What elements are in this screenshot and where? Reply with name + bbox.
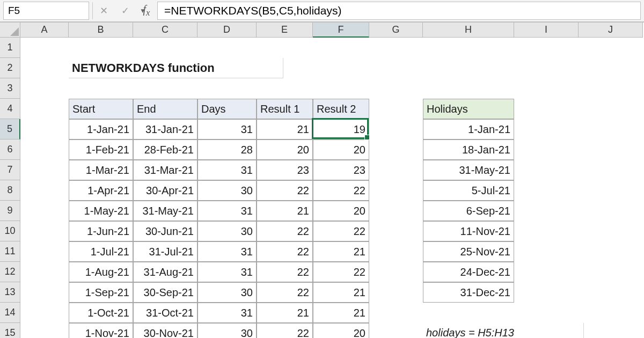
cell-start-15[interactable]: 1-Nov-21 <box>69 323 133 338</box>
cell-note[interactable]: holidays = H5:H13 <box>423 323 584 338</box>
cell-r2-11[interactable]: 21 <box>313 241 369 262</box>
cell-end-12[interactable]: 31-Aug-21 <box>133 262 197 282</box>
cell-holiday-9[interactable]: 6-Sep-21 <box>423 201 514 221</box>
col-head-I[interactable]: I <box>514 23 579 38</box>
row-head-6[interactable]: 6 <box>0 139 20 160</box>
cell-hdr-start[interactable]: Start <box>69 99 133 119</box>
cell-start-7[interactable]: 1-Mar-21 <box>69 160 133 180</box>
cell-days-7[interactable]: 31 <box>197 160 257 180</box>
cell-start-13[interactable]: 1-Sep-21 <box>69 282 133 303</box>
col-head-D[interactable]: D <box>197 23 257 38</box>
insert-function-button[interactable]: fx <box>136 0 157 21</box>
cell-r1-8[interactable]: 22 <box>257 180 313 201</box>
cell-end-11[interactable]: 31-Jul-21 <box>133 241 197 262</box>
cell-title[interactable]: NETWORKDAYS function <box>69 58 283 78</box>
cell-hdr-holidays[interactable]: Holidays <box>423 99 514 119</box>
cell-start-5[interactable]: 1-Jan-21 <box>69 119 133 139</box>
row-head-14[interactable]: 14 <box>0 303 20 323</box>
cell-r1-11[interactable]: 22 <box>257 241 313 262</box>
cell-hdr-days[interactable]: Days <box>197 99 257 119</box>
cell-hdr-r1[interactable]: Result 1 <box>257 99 313 119</box>
cell-end-15[interactable]: 30-Nov-21 <box>133 323 197 338</box>
col-head-F[interactable]: F <box>313 23 369 38</box>
row-head-8[interactable]: 8 <box>0 180 20 201</box>
row-head-1[interactable]: 1 <box>0 38 20 58</box>
col-head-C[interactable]: C <box>133 23 197 38</box>
cell-start-8[interactable]: 1-Apr-21 <box>69 180 133 201</box>
col-head-H[interactable]: H <box>423 23 514 38</box>
worksheet[interactable]: ABCDEFGHIJ 123456789101112131415 NETWORK… <box>0 23 644 338</box>
cell-days-6[interactable]: 28 <box>197 139 257 160</box>
cell-start-12[interactable]: 1-Aug-21 <box>69 262 133 282</box>
col-head-B[interactable]: B <box>69 23 133 38</box>
cell-start-9[interactable]: 1-May-21 <box>69 201 133 221</box>
cell-r2-10[interactable]: 22 <box>313 221 369 241</box>
cell-days-8[interactable]: 30 <box>197 180 257 201</box>
cell-r2-7[interactable]: 23 <box>313 160 369 180</box>
cell-r1-15[interactable]: 22 <box>257 323 313 338</box>
cell-r1-10[interactable]: 22 <box>257 221 313 241</box>
cell-start-10[interactable]: 1-Jun-21 <box>69 221 133 241</box>
cell-holiday-13[interactable]: 31-Dec-21 <box>423 282 514 303</box>
row-head-12[interactable]: 12 <box>0 262 20 282</box>
cell-holiday-8[interactable]: 5-Jul-21 <box>423 180 514 201</box>
cancel-formula-button[interactable]: ✕ <box>93 0 114 21</box>
row-head-4[interactable]: 4 <box>0 99 20 119</box>
row-head-11[interactable]: 11 <box>0 241 20 262</box>
row-head-13[interactable]: 13 <box>0 282 20 303</box>
col-head-J[interactable]: J <box>579 23 643 38</box>
cell-r2-14[interactable]: 21 <box>313 303 369 323</box>
row-head-9[interactable]: 9 <box>0 201 20 221</box>
row-head-7[interactable]: 7 <box>0 160 20 180</box>
enter-formula-button[interactable]: ✓ <box>114 0 136 21</box>
cell-holiday-6[interactable]: 18-Jan-21 <box>423 139 514 160</box>
cell-r1-14[interactable]: 21 <box>257 303 313 323</box>
cell-end-8[interactable]: 30-Apr-21 <box>133 180 197 201</box>
cell-days-5[interactable]: 31 <box>197 119 257 139</box>
cell-r2-15[interactable]: 20 <box>313 323 369 338</box>
cell-days-14[interactable]: 31 <box>197 303 257 323</box>
cell-holiday-10[interactable]: 11-Nov-21 <box>423 221 514 241</box>
cell-r1-7[interactable]: 23 <box>257 160 313 180</box>
cell-r1-9[interactable]: 21 <box>257 201 313 221</box>
cell-hdr-end[interactable]: End <box>133 99 197 119</box>
cell-holiday-7[interactable]: 31-May-21 <box>423 160 514 180</box>
cell-r2-8[interactable]: 22 <box>313 180 369 201</box>
cell-r2-13[interactable]: 21 <box>313 282 369 303</box>
cell-end-7[interactable]: 31-Mar-21 <box>133 160 197 180</box>
cell-holiday-11[interactable]: 25-Nov-21 <box>423 241 514 262</box>
cell-r2-12[interactable]: 22 <box>313 262 369 282</box>
cell-end-14[interactable]: 31-Oct-21 <box>133 303 197 323</box>
cell-start-6[interactable]: 1-Feb-21 <box>69 139 133 160</box>
cell-end-10[interactable]: 30-Jun-21 <box>133 221 197 241</box>
cell-end-9[interactable]: 31-May-21 <box>133 201 197 221</box>
cell-days-13[interactable]: 30 <box>197 282 257 303</box>
cell-days-12[interactable]: 31 <box>197 262 257 282</box>
name-box-container[interactable]: ▼ <box>3 2 89 20</box>
cell-days-10[interactable]: 30 <box>197 221 257 241</box>
cell-days-9[interactable]: 31 <box>197 201 257 221</box>
cell-r1-5[interactable]: 21 <box>257 119 313 139</box>
cell-holiday-5[interactable]: 1-Jan-21 <box>423 119 514 139</box>
cell-holiday-12[interactable]: 24-Dec-21 <box>423 262 514 282</box>
cell-r1-13[interactable]: 22 <box>257 282 313 303</box>
row-head-2[interactable]: 2 <box>0 58 20 78</box>
col-head-G[interactable]: G <box>369 23 423 38</box>
cell-end-5[interactable]: 31-Jan-21 <box>133 119 197 139</box>
select-all-button[interactable] <box>0 23 20 38</box>
row-head-15[interactable]: 15 <box>0 323 20 338</box>
cell-hdr-r2[interactable]: Result 2 <box>313 99 369 119</box>
row-head-3[interactable]: 3 <box>0 78 20 99</box>
col-head-E[interactable]: E <box>257 23 313 38</box>
col-head-A[interactable]: A <box>20 23 69 38</box>
formula-input[interactable] <box>157 2 641 20</box>
cell-start-14[interactable]: 1-Oct-21 <box>69 303 133 323</box>
cell-end-6[interactable]: 28-Feb-21 <box>133 139 197 160</box>
cell-end-13[interactable]: 30-Sep-21 <box>133 282 197 303</box>
cell-start-11[interactable]: 1-Jul-21 <box>69 241 133 262</box>
cell-r1-6[interactable]: 20 <box>257 139 313 160</box>
row-head-5[interactable]: 5 <box>0 119 20 139</box>
cell-days-15[interactable]: 30 <box>197 323 257 338</box>
cell-days-11[interactable]: 31 <box>197 241 257 262</box>
cell-r2-6[interactable]: 20 <box>313 139 369 160</box>
